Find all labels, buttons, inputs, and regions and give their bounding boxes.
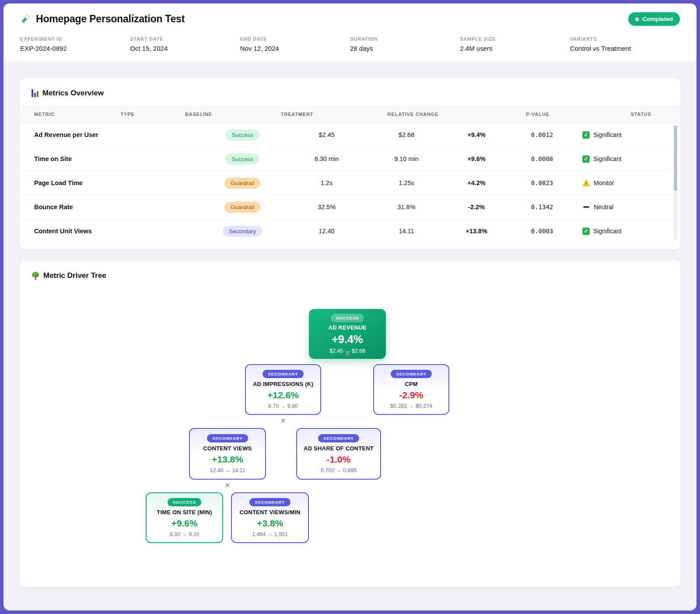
p-value-cell: 0.0003: [511, 228, 573, 235]
tree-node-ad-share[interactable]: SECONDARYAD SHARE OF CONTENT-1.0%0.702 →…: [296, 428, 381, 480]
bar-chart-icon: [32, 89, 38, 97]
node-badge: SECONDARY: [262, 370, 303, 378]
table-row: Ad Revenue per UserSuccess$2.45$2.68+9.4…: [19, 123, 681, 147]
node-label: CONTENT VIEWS: [203, 445, 252, 452]
treatment-cell: $2.68: [371, 131, 441, 138]
p-value-cell: 0.0008: [511, 155, 573, 162]
meta-value: Oct 15, 2024: [130, 45, 240, 52]
multiply-operator-icon: ×: [225, 481, 230, 490]
baseline-cell: $2.45: [282, 131, 371, 138]
metrics-overview-header: Metrics Overview: [19, 78, 681, 105]
type-cell: Success: [225, 154, 259, 165]
meta-label: START DATE: [130, 36, 240, 42]
node-change: -1.0%: [327, 454, 351, 465]
warning-icon: !: [582, 179, 590, 186]
test-tube-icon: [20, 14, 31, 25]
node-values: 8.70 → 9.80: [268, 403, 298, 409]
check-icon: ✓: [582, 228, 590, 235]
meta-item: VARIANTSControl vs Treatment: [570, 36, 680, 52]
type-cell: Success: [225, 130, 259, 140]
node-values: 8.30 → 9.10: [169, 531, 199, 537]
metric-name-cell: Page Load Time: [19, 179, 203, 186]
meta-value: Nov 12, 2024: [240, 45, 350, 52]
type-cell: Guardrail: [224, 202, 260, 213]
table-row: Content Unit ViewsSecondary12.4014.11+13…: [19, 219, 681, 243]
node-change: -2.9%: [399, 390, 424, 400]
node-badge: SECONDARY: [391, 370, 431, 378]
node-label: TIME ON SITE (MIN): [157, 509, 212, 516]
node-badge: SECONDARY: [249, 498, 290, 506]
tree-node-content-views[interactable]: SECONDARYCONTENT VIEWS+13.8%12.40 → 14.1…: [189, 428, 266, 480]
treatment-cell: 31.8%: [371, 203, 441, 211]
node-label: AD IMPRESSIONS (K): [253, 381, 313, 387]
tree-node-content-views-min[interactable]: SECONDARYCONTENT VIEWS/MIN+3.8%1.494 → 1…: [231, 492, 309, 543]
meta-value: 2.4M users: [460, 45, 570, 52]
tree-node-ad-impressions[interactable]: SECONDARYAD IMPRESSIONS (K)+12.6%8.70 → …: [245, 364, 321, 415]
treatment-cell: 9.10 min: [371, 155, 441, 162]
tree-node-ad-revenue[interactable]: SUCCESSAD REVENUE+9.4%$2.45 → $2.68×: [309, 309, 386, 359]
node-badge: SUCCESS: [331, 314, 364, 322]
baseline-cell: 1.2s: [282, 179, 371, 186]
column-header: BASELINE: [155, 112, 242, 117]
type-badge: Secondary: [223, 226, 262, 237]
meta-label: VARIANTS: [570, 36, 680, 42]
table-header-row: METRICTYPEBASELINETREATMENTRELATIVE CHAN…: [19, 105, 681, 123]
node-values: 1.494 → 1.551: [252, 531, 288, 537]
relative-change-cell: +9.6%: [441, 155, 511, 162]
node-badge: SUCCESS: [168, 498, 201, 506]
node-label: CONTENT VIEWS/MIN: [239, 509, 300, 516]
metric-name-cell: Bounce Rate: [19, 203, 203, 211]
meta-label: SAMPLE SIZE: [460, 36, 570, 42]
meta-label: EXPERIMENT ID: [20, 36, 130, 42]
table-row: Page Load TimeGuardrail1.2s1.25s+4.2%0.0…: [19, 171, 681, 195]
status-cell: ✓Significant: [573, 228, 681, 235]
status-label: Monitor: [594, 179, 614, 186]
tree-node-cpm[interactable]: SECONDARYCPM-2.9%$0.282 → $0.274: [373, 364, 449, 415]
baseline-cell: 8.30 min: [282, 155, 371, 162]
status-cell: ✓Significant: [573, 131, 681, 139]
relative-change-cell: +13.8%: [441, 228, 511, 235]
column-header: RELATIVE CHANGE: [352, 112, 474, 117]
relative-change-cell: -2.2%: [441, 203, 511, 211]
app-frame: Homepage Personalization Test Completed …: [4, 4, 696, 610]
meta-item: EXPERIMENT IDEXP-2024-0892: [20, 36, 130, 52]
metrics-overview-card: Metrics Overview METRICTYPEBASELINETREAT…: [19, 78, 681, 249]
treatment-cell: 14.11: [371, 228, 441, 235]
node-change: +13.8%: [212, 454, 243, 465]
type-badge: Success: [225, 130, 259, 140]
node-change: +9.4%: [332, 333, 363, 346]
status-cell: ✓Significant: [573, 155, 681, 163]
node-change: +12.6%: [267, 390, 299, 400]
status-label: Significant: [593, 228, 622, 235]
check-icon: ✓: [582, 155, 590, 163]
node-badge: SECONDARY: [207, 434, 248, 442]
baseline-cell: 12.40: [282, 228, 371, 235]
multiply-operator-icon: ×: [345, 349, 350, 358]
node-change: +9.6%: [171, 518, 197, 529]
metric-name-cell: Content Unit Views: [19, 228, 203, 235]
type-cell: Secondary: [223, 226, 262, 237]
type-cell: Guardrail: [224, 178, 260, 189]
metric-name-cell: Ad Revenue per User: [19, 131, 203, 138]
column-header: STATUS: [601, 112, 681, 117]
meta-value: Control vs Treatment: [570, 45, 680, 52]
type-badge: Guardrail: [224, 178, 260, 189]
multiply-operator-icon: ×: [280, 416, 285, 425]
column-header: P-VALUE: [474, 112, 601, 117]
tree-node-time-on-site[interactable]: SUCCESSTIME ON SITE (MIN)+9.6%8.30 → 9.1…: [146, 492, 223, 543]
column-header: TYPE: [100, 112, 155, 117]
p-value-cell: 0.1342: [511, 203, 573, 211]
minus-icon: [583, 206, 589, 208]
column-header: METRIC: [19, 112, 100, 117]
node-values: $0.282 → $0.274: [390, 403, 432, 409]
check-icon: ✓: [582, 131, 590, 139]
status-label: Neutral: [594, 203, 613, 211]
column-header: TREATMENT: [242, 112, 352, 117]
status-badge-label: Completed: [642, 16, 673, 22]
meta-item: START DATEOct 15, 2024: [130, 36, 240, 52]
experiment-header: Homepage Personalization Test Completed …: [4, 4, 696, 62]
meta-item: DURATION28 days: [350, 36, 460, 52]
relative-change-cell: +4.2%: [441, 179, 511, 186]
status-dot-icon: [635, 18, 639, 21]
table-scrollbar-thumb[interactable]: [674, 126, 677, 191]
